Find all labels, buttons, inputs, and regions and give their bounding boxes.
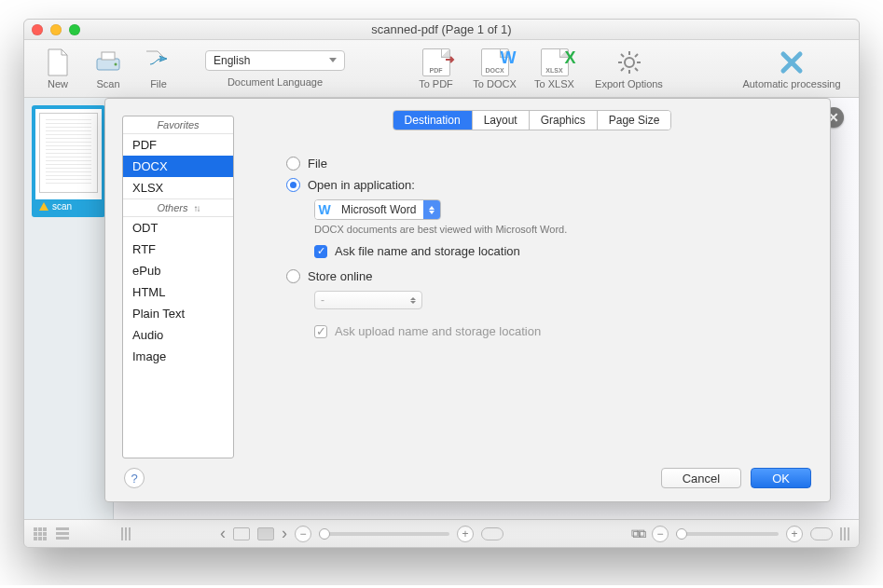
stepper-icon [410, 297, 416, 304]
language-caption: Document Language [228, 76, 323, 88]
next-page-icon[interactable]: › [282, 524, 287, 543]
export-options-button[interactable]: Export Options [587, 48, 671, 89]
format-rtf[interactable]: RTF [123, 239, 233, 260]
to-pdf-button[interactable]: PDF To PDF [410, 48, 462, 89]
language-value: English [214, 54, 250, 67]
radio-store-online[interactable] [286, 269, 300, 283]
store-online-select[interactable]: - [314, 291, 422, 309]
checkbox-ask-filename[interactable]: ✓ [314, 245, 327, 258]
others-header: Others ↑↓ [123, 198, 233, 217]
slider-knob-2[interactable] [676, 528, 687, 540]
radio-open-in-app[interactable] [286, 178, 300, 192]
thumbnail-preview [39, 113, 98, 193]
view-list-icon[interactable] [56, 527, 69, 540]
svg-line-9 [635, 68, 638, 71]
new-document-icon [44, 48, 72, 76]
help-button[interactable]: ? [124, 468, 145, 488]
ok-button[interactable]: OK [751, 468, 811, 488]
tab-page-size[interactable]: Page Size [598, 111, 671, 130]
format-plain-text[interactable]: Plain Text [123, 303, 233, 324]
app-window: scanned-pdf (Page 1 of 1) New Scan File … [23, 19, 860, 548]
prev-page-icon[interactable]: ‹ [220, 524, 226, 543]
tab-layout[interactable]: Layout [473, 111, 530, 130]
to-pdf-label: To PDF [419, 78, 453, 89]
dialog-footer: ? Cancel OK [105, 458, 830, 501]
thumbnail-panel: scan [24, 98, 114, 519]
zoom-out-button[interactable]: − [295, 526, 311, 542]
ask-upload-label: Ask upload name and storage location [335, 324, 541, 338]
warning-icon [39, 202, 48, 211]
svg-point-2 [115, 62, 117, 65]
docx-icon: DOCX W [481, 48, 509, 76]
zoom-in-button[interactable]: + [457, 526, 474, 542]
content-area: scan ✕ Favorites PDF DOCX XLSX Others ↑↓… [24, 98, 859, 519]
file-import-icon [145, 48, 172, 76]
page-indicator[interactable] [233, 527, 250, 540]
pdf-icon: PDF [422, 48, 450, 76]
slider-knob[interactable] [319, 528, 330, 540]
thumbnail-label: scan [52, 201, 72, 212]
tab-graphics[interactable]: Graphics [530, 111, 598, 130]
columns-icon-2[interactable] [840, 527, 849, 540]
sort-arrows-icon[interactable]: ↑↓ [194, 203, 200, 213]
svg-line-10 [621, 68, 624, 71]
checkbox-ask-upload: ✓ [314, 325, 327, 338]
format-odt[interactable]: ODT [123, 217, 233, 239]
ask-filename-label: Ask file name and storage location [335, 244, 520, 258]
zoom-slider-2[interactable] [676, 532, 779, 536]
option-open-app-label: Open in application: [308, 178, 415, 192]
zoom-slider[interactable] [319, 532, 449, 536]
svg-line-8 [621, 54, 624, 57]
format-image[interactable]: Image [123, 346, 233, 367]
scan-label: Scan [96, 78, 119, 89]
radio-file[interactable] [286, 157, 300, 171]
zoom-fit-2-button[interactable] [810, 527, 833, 540]
settings-panel: Destination Layout Graphics Page Size Fi… [234, 99, 830, 458]
option-file-label: File [308, 157, 327, 171]
svg-point-3 [625, 58, 634, 67]
gear-icon [615, 48, 643, 76]
zoom-in-2-button[interactable]: + [786, 526, 803, 542]
scan-button[interactable]: Scan [86, 48, 131, 89]
xlsx-icon: XLSX X [541, 48, 569, 76]
chevron-down-icon [329, 58, 337, 62]
file-label: File [150, 78, 167, 89]
view-grid-icon[interactable] [34, 527, 52, 540]
svg-rect-1 [102, 52, 115, 60]
titlebar: scanned-pdf (Page 1 of 1) [24, 20, 859, 40]
to-docx-button[interactable]: DOCX W To DOCX [468, 48, 522, 89]
to-xlsx-button[interactable]: XLSX X To XLSX [528, 48, 582, 89]
option-store-label: Store online [308, 269, 372, 283]
page-thumbnail[interactable]: scan [32, 105, 105, 217]
format-docx[interactable]: DOCX [123, 156, 233, 177]
link-icon[interactable]: ⧉⧉ [631, 526, 644, 541]
format-html[interactable]: HTML [123, 281, 233, 303]
tab-control: Destination Layout Graphics Page Size [393, 110, 672, 130]
columns-icon[interactable] [121, 527, 131, 540]
format-audio[interactable]: Audio [123, 324, 233, 346]
svg-line-11 [635, 54, 638, 57]
file-button[interactable]: File [136, 48, 181, 89]
word-icon: W [315, 200, 334, 219]
export-dialog: Favorites PDF DOCX XLSX Others ↑↓ ODT RT… [104, 98, 831, 502]
format-epub[interactable]: ePub [123, 260, 233, 281]
page-indicator-2[interactable] [257, 527, 274, 540]
language-select[interactable]: English [205, 50, 345, 71]
format-xlsx[interactable]: XLSX [123, 177, 233, 198]
cancel-button[interactable]: Cancel [661, 468, 741, 488]
application-hint: DOCX documents are best viewed with Micr… [314, 224, 809, 235]
favorites-header: Favorites [123, 116, 233, 134]
to-xlsx-label: To XLSX [534, 78, 574, 89]
tab-destination[interactable]: Destination [393, 111, 473, 130]
zoom-fit-button[interactable] [481, 527, 504, 540]
toolbar: New Scan File English Document Language … [24, 40, 859, 98]
format-pdf[interactable]: PDF [123, 134, 233, 156]
scanner-icon [94, 48, 122, 76]
new-button[interactable]: New [35, 48, 80, 89]
auto-processing-label: Automatic processing [742, 78, 840, 89]
auto-processing-button[interactable]: Automatic processing [736, 48, 848, 89]
application-select[interactable]: W Microsoft Word [314, 199, 441, 220]
zoom-out-2-button[interactable]: − [652, 526, 669, 542]
new-label: New [48, 78, 68, 89]
stepper-icon [423, 200, 440, 219]
